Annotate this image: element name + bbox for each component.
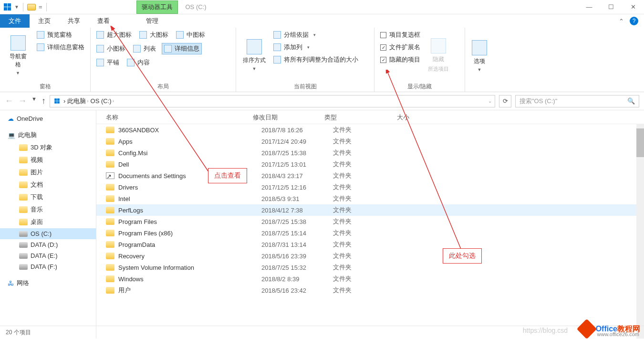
file-list: 名称 修改日期 类型 大小 360SANDBOX2018/7/8 16:26文件…	[96, 110, 644, 339]
refresh-button[interactable]: ⟳	[499, 95, 511, 107]
maximize-button[interactable]: ☐	[600, 0, 622, 14]
layout-large[interactable]: 大图标	[137, 30, 170, 40]
table-row[interactable]: PerfLogs2018/4/12 7:38文件夹	[96, 204, 644, 216]
tab-file[interactable]: 文件	[0, 14, 30, 28]
column-header-name[interactable]: 名称	[96, 113, 253, 122]
table-row[interactable]: Config.Msi2018/7/25 15:38文件夹	[96, 147, 644, 159]
tree-item[interactable]: 3D 对象	[0, 141, 96, 154]
contextual-tab-drive-tools[interactable]: 驱动器工具	[136, 0, 178, 14]
annotation-check-here: 此处勾选	[443, 248, 482, 264]
details-pane-button[interactable]: 详细信息窗格	[35, 42, 86, 53]
window-title: OS (C:)	[186, 3, 207, 11]
column-header-size[interactable]: 大小	[397, 113, 445, 122]
annotation-click-view: 点击查看	[208, 168, 247, 183]
back-button[interactable]: ←	[5, 96, 13, 106]
tree-this-pc[interactable]: 💻此电脑	[0, 129, 96, 141]
group-by-button[interactable]: 分组依据▾	[271, 30, 360, 40]
tab-home[interactable]: 主页	[30, 14, 59, 28]
layout-small[interactable]: 小图标	[94, 43, 127, 54]
tab-share[interactable]: 共享	[59, 14, 89, 28]
forward-button: →	[18, 96, 27, 106]
tree-item[interactable]: 文档	[0, 179, 96, 191]
vertical-scrollbar[interactable]	[636, 124, 644, 339]
navigation-tree: ☁OneDrive 💻此电脑 3D 对象视频图片文档下载音乐桌面OS (C:)D…	[0, 110, 96, 339]
breadcrumb-drive[interactable]: OS (C:) ›	[91, 97, 114, 105]
recent-locations-button[interactable]: ▼	[31, 96, 37, 106]
table-row[interactable]: ProgramData2018/7/31 13:14文件夹	[96, 239, 644, 250]
ribbon: 导航窗格 ▼ 预览窗格 详细信息窗格 窗格 超大图标 大图标 中图标 小图标 列…	[0, 28, 644, 92]
search-input[interactable]: 搜索"OS (C:)" 🔍	[515, 95, 639, 107]
address-bar[interactable]: › 此电脑 › OS (C:) › ⌄	[50, 95, 495, 107]
tab-manage[interactable]: 管理	[137, 14, 167, 28]
column-header-date[interactable]: 修改日期	[253, 113, 324, 122]
tree-item[interactable]: DATA (E:)	[0, 250, 96, 261]
tree-item[interactable]: 下载	[0, 191, 96, 203]
tree-onedrive[interactable]: ☁OneDrive	[0, 113, 96, 124]
minimize-button[interactable]: —	[578, 0, 600, 14]
layout-medium[interactable]: 中图标	[174, 30, 207, 40]
help-icon[interactable]: ?	[630, 17, 638, 25]
quick-access-toolbar: ▼ =	[0, 3, 51, 11]
table-row[interactable]: Apps2017/12/4 20:49文件夹	[96, 136, 644, 147]
tree-network[interactable]: 🖧网络	[0, 277, 96, 289]
up-button[interactable]: ↑	[42, 96, 46, 106]
tree-item[interactable]: OS (C:)	[0, 228, 96, 239]
preview-pane-button[interactable]: 预览窗格	[35, 30, 86, 40]
windows-logo-icon[interactable]	[3, 3, 11, 11]
layout-extra-large[interactable]: 超大图标	[94, 30, 134, 40]
table-row[interactable]: 用户2018/5/16 23:42文件夹	[96, 285, 644, 296]
table-row[interactable]: System Volume Information2018/7/25 15:32…	[96, 262, 644, 273]
layout-tiles[interactable]: 平铺	[94, 57, 121, 68]
ribbon-tabs: 文件 主页 共享 查看 管理 ⌃ ?	[0, 14, 644, 28]
options-button[interactable]: 选项 ▼	[469, 30, 490, 82]
sort-button[interactable]: 排序方式 ▼	[240, 30, 269, 81]
layout-details[interactable]: 详细信息	[162, 43, 202, 54]
checkbox-hidden-items[interactable]: ✓隐藏的项目	[378, 54, 422, 65]
table-row[interactable]: 360SANDBOX2018/7/8 16:26文件夹	[96, 124, 644, 136]
table-row[interactable]: Intel2018/5/3 9:31文件夹	[96, 193, 644, 204]
tab-view[interactable]: 查看	[89, 14, 118, 28]
add-columns-button[interactable]: 添加列▾	[271, 42, 360, 53]
tree-item[interactable]: DATA (F:)	[0, 261, 96, 272]
hide-selected-button: 隐藏 所选项目	[425, 30, 452, 81]
checkbox-item-checkboxes[interactable]: 项目复选框	[378, 30, 422, 40]
table-row[interactable]: Drivers2017/12/5 12:16文件夹	[96, 181, 644, 193]
table-row[interactable]: Windows2018/8/2 8:39文件夹	[96, 273, 644, 285]
table-row[interactable]: ↗Documents and Settings2018/4/3 23:17文件夹	[96, 170, 644, 181]
table-row[interactable]: Program Files (x86)2018/7/25 15:14文件夹	[96, 227, 644, 239]
collapse-ribbon-icon[interactable]: ⌃	[619, 18, 624, 25]
logo-office: Office教程网 www.office26.com	[580, 322, 640, 336]
tree-item[interactable]: DATA (D:)	[0, 239, 96, 250]
table-row[interactable]: Recovery2018/5/16 23:39文件夹	[96, 250, 644, 262]
checkbox-file-ext[interactable]: ✓文件扩展名	[378, 42, 422, 53]
search-icon: 🔍	[627, 97, 635, 105]
tree-item[interactable]: 视频	[0, 154, 96, 166]
nav-pane-button[interactable]: 导航窗格 ▼	[4, 30, 32, 81]
folder-icon[interactable]	[27, 4, 36, 11]
size-columns-button[interactable]: 将所有列调整为合适的大小	[271, 54, 360, 65]
titlebar: ▼ = 驱动器工具 OS (C:) — ☐ ✕	[0, 0, 644, 14]
table-row[interactable]: Program Files2018/7/25 15:38文件夹	[96, 216, 644, 227]
watermark-url: https://blog.csd	[523, 327, 568, 334]
address-dropdown-icon[interactable]: ⌄	[488, 98, 492, 104]
navigation-bar: ← → ▼ ↑ › 此电脑 › OS (C:) › ⌄ ⟳ 搜索"OS (C:)…	[0, 92, 644, 110]
breadcrumb-this-pc[interactable]: 此电脑 ›	[67, 97, 88, 106]
close-button[interactable]: ✕	[622, 0, 644, 14]
tree-item[interactable]: 音乐	[0, 203, 96, 216]
layout-content[interactable]: 内容	[125, 57, 152, 68]
column-header-type[interactable]: 类型	[324, 113, 397, 122]
chevron-down-icon[interactable]: ▼	[14, 4, 19, 10]
layout-list[interactable]: 列表	[131, 43, 158, 54]
tree-item[interactable]: 桌面	[0, 216, 96, 228]
tree-item[interactable]: 图片	[0, 166, 96, 179]
table-row[interactable]: Dell2017/12/5 13:01文件夹	[96, 159, 644, 170]
